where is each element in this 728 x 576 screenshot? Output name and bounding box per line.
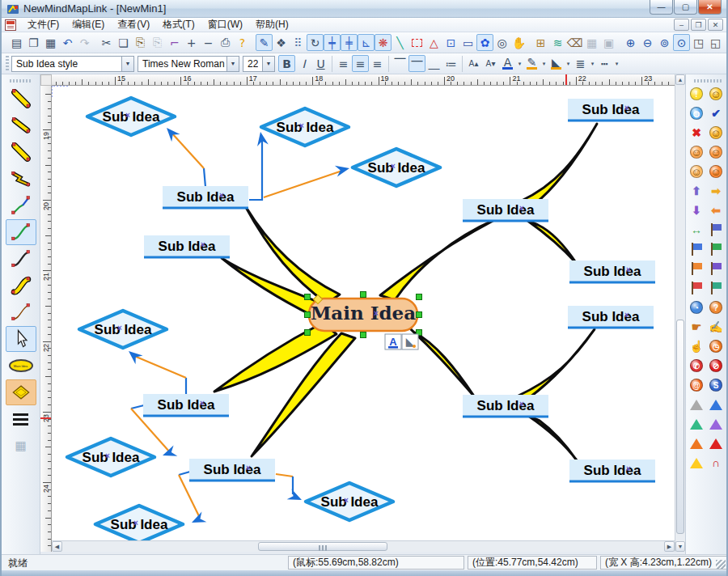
panel-grip[interactable] xyxy=(694,79,722,83)
scroll-right-arrow[interactable]: ▶ xyxy=(664,541,675,552)
chevron-down-icon[interactable]: ▾ xyxy=(589,55,596,72)
mindmap-node-diamond[interactable]: Sub Idea× xyxy=(67,438,154,476)
mindmap-node-diamond[interactable]: Sub Idea× xyxy=(95,506,183,540)
properties-button[interactable]: ⊞ xyxy=(532,34,549,51)
vertical-scroll-thumb[interactable] xyxy=(676,320,684,534)
pick-tool-button[interactable]: ⊡ xyxy=(442,34,459,51)
line-style-button[interactable] xyxy=(6,406,36,432)
font-increase-button[interactable]: A▴ xyxy=(465,55,482,72)
connector-line[interactable] xyxy=(134,356,186,378)
valign-top-button[interactable]: ⎺ xyxy=(392,55,408,72)
mindmap-node-diamond[interactable]: Sub Idea× xyxy=(353,149,440,186)
minimize-button[interactable]: — xyxy=(650,0,673,15)
arrow-left-icon[interactable]: ⬅ xyxy=(708,202,724,218)
scroll-down-arrow[interactable]: ▼ xyxy=(675,541,685,552)
swirl-ball-icon[interactable]: @ xyxy=(688,377,705,393)
menu-format[interactable]: 格式(T) xyxy=(156,18,201,32)
connector-line[interactable] xyxy=(204,168,205,187)
connector-hub-tool-button[interactable]: ✿ xyxy=(476,34,493,51)
branch-curve[interactable] xyxy=(380,219,496,300)
open-file-button[interactable]: ❐ xyxy=(25,34,42,51)
globe-hand-icon[interactable]: ◍ xyxy=(688,105,705,121)
cut-button[interactable]: ✂ xyxy=(98,34,115,51)
mindmap-node-diamond[interactable]: Sub Idea× xyxy=(87,98,175,135)
mindmap-node-rect[interactable]: Sub Idea× xyxy=(144,235,230,257)
bulb-icon[interactable]: ! xyxy=(688,86,705,102)
branch-style-thick-arrow[interactable] xyxy=(6,86,36,112)
mindmap-node-rect[interactable]: Sub Idea× xyxy=(189,459,275,481)
mindmap-node-rect[interactable]: Sub Idea× xyxy=(463,199,548,221)
blush-face-icon[interactable]: ☺ xyxy=(688,144,705,160)
fit-selection-button[interactable]: ◳ xyxy=(690,34,707,51)
triangle-red-icon[interactable] xyxy=(708,435,724,451)
mdi-restore-button[interactable]: ❐ xyxy=(691,19,706,31)
connector-line[interactable] xyxy=(131,405,144,409)
scream-face-icon[interactable]: ☺ xyxy=(708,163,724,180)
selection-handle[interactable] xyxy=(417,294,422,300)
mindmap-node-rect[interactable]: Sub Idea× xyxy=(569,460,655,481)
mindmap-node-rect[interactable]: Sub Idea× xyxy=(463,395,548,417)
line-tool-button[interactable]: ╲ xyxy=(392,34,408,51)
fill-color-button[interactable]: ◣ xyxy=(548,55,565,72)
chevron-down-icon[interactable]: ▾ xyxy=(613,55,620,72)
menu-edit[interactable]: 编辑(E) xyxy=(66,18,111,32)
flag-green-icon[interactable] xyxy=(708,241,724,257)
flag-red-icon[interactable] xyxy=(688,280,705,296)
toolbar-grip[interactable] xyxy=(6,56,9,72)
pie-ball-icon[interactable]: ◔ xyxy=(688,299,705,316)
connector-line[interactable] xyxy=(179,472,190,475)
tongue-face-icon[interactable]: ☺ xyxy=(708,125,724,141)
chevron-down-icon[interactable]: ▾ xyxy=(540,55,548,72)
new-document-button[interactable]: ▤ xyxy=(8,34,25,51)
menu-help[interactable]: 帮助(H) xyxy=(249,18,295,32)
horizontal-scrollbar[interactable]: ◀ ▶ xyxy=(52,540,675,552)
sub-idea-shape-button[interactable] xyxy=(6,379,36,405)
branch-style-zigzag[interactable] xyxy=(6,166,36,192)
triangle-orange-icon[interactable] xyxy=(688,435,705,451)
triangle-purple-icon[interactable] xyxy=(708,416,724,432)
flag-navy-icon[interactable] xyxy=(708,222,724,238)
select-region-tool-button[interactable] xyxy=(408,34,425,51)
zoom-page-button[interactable]: ⊚ xyxy=(656,34,673,51)
flag-blue-icon[interactable] xyxy=(688,241,705,257)
triangle-yellow-icon[interactable] xyxy=(688,455,705,471)
chevron-down-icon[interactable]: ▼ xyxy=(121,57,133,71)
wink-face-icon[interactable]: ☺ xyxy=(708,86,724,102)
branch-style-curve-black[interactable] xyxy=(6,246,36,272)
mdi-minimize-button[interactable]: – xyxy=(674,19,689,31)
fence-tool-button[interactable]: ╪ xyxy=(341,34,358,51)
zoom-in-button[interactable]: ⊕ xyxy=(622,34,639,51)
mindmap-node-rect[interactable]: Sub Idea× xyxy=(568,99,654,121)
bold-button[interactable]: B xyxy=(278,55,295,72)
paste-button[interactable]: ⎘ xyxy=(132,34,149,51)
branch-style-segment[interactable] xyxy=(6,193,36,218)
branch-style-curve-thin[interactable] xyxy=(6,299,36,325)
remove-node-button[interactable]: − xyxy=(200,34,217,51)
resize-grip[interactable] xyxy=(716,560,726,570)
triangle-blue-icon[interactable] xyxy=(708,396,724,413)
flag-teal-icon[interactable] xyxy=(708,280,724,296)
branch-style-arrow[interactable] xyxy=(6,112,36,138)
delete-x-icon[interactable]: ✖ xyxy=(688,125,705,141)
object-select-tool-button[interactable]: ❖ xyxy=(273,34,290,51)
arrow-down-icon[interactable]: ⬇ xyxy=(688,202,705,218)
writing-hand-icon[interactable]: ✍ xyxy=(708,319,724,335)
branch-style-curve-green[interactable] xyxy=(6,219,36,245)
horizontal-scroll-thumb[interactable] xyxy=(258,542,387,551)
frame-tool-button[interactable]: ▭ xyxy=(459,34,476,51)
mindmap-canvas[interactable]: Sub Idea×Sub Idea×Sub Idea×Sub Idea×Sub … xyxy=(52,86,675,540)
main-idea-shape-button[interactable]: Main Idea xyxy=(6,353,36,379)
snap-tool-button[interactable]: ❋ xyxy=(375,34,392,51)
mdi-close-button[interactable]: ✕ xyxy=(708,19,723,31)
scroll-up-arrow[interactable]: ▲ xyxy=(675,74,685,85)
italic-button[interactable]: I xyxy=(295,55,312,72)
mindmap-node-diamond[interactable]: Sub Idea× xyxy=(79,311,167,348)
line-style-button[interactable]: ┅ xyxy=(596,55,613,72)
valign-middle-button[interactable]: ⎻ xyxy=(408,55,425,72)
mindmap-node-rect[interactable]: Sub Idea× xyxy=(143,394,229,416)
no-entry-icon[interactable]: ⊘ xyxy=(708,358,724,374)
selection-handle[interactable] xyxy=(305,330,311,336)
print-button[interactable]: ⎙ xyxy=(217,34,234,51)
rotate-tool-button[interactable]: ↻ xyxy=(307,34,324,51)
fit-all-button[interactable]: ◰ xyxy=(724,34,728,51)
